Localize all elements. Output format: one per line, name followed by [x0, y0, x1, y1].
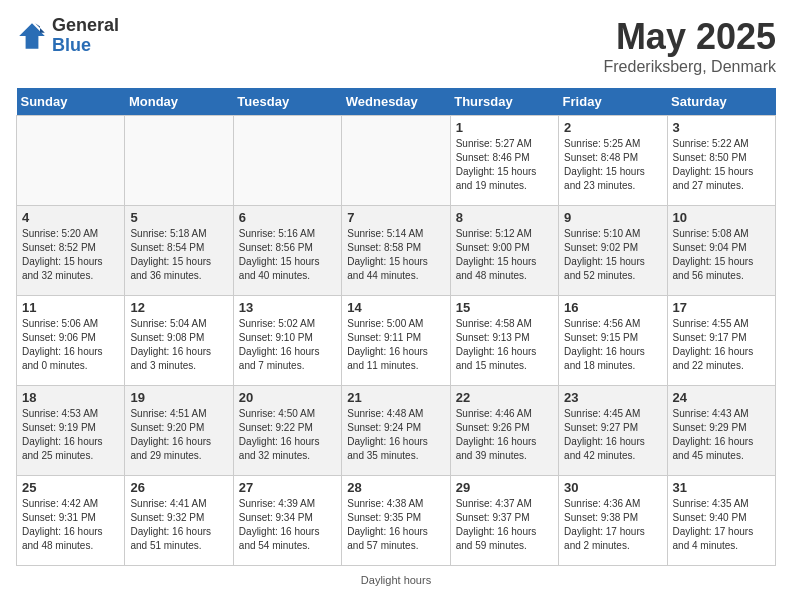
calendar-cell: 9Sunrise: 5:10 AM Sunset: 9:02 PM Daylig… [559, 206, 667, 296]
day-header-thursday: Thursday [450, 88, 558, 116]
day-header-sunday: Sunday [17, 88, 125, 116]
cell-info: Sunrise: 5:18 AM Sunset: 8:54 PM Dayligh… [130, 227, 227, 283]
cell-info: Sunrise: 4:46 AM Sunset: 9:26 PM Dayligh… [456, 407, 553, 463]
cell-info: Sunrise: 4:58 AM Sunset: 9:13 PM Dayligh… [456, 317, 553, 373]
date-number: 17 [673, 300, 770, 315]
cell-info: Sunrise: 4:56 AM Sunset: 9:15 PM Dayligh… [564, 317, 661, 373]
calendar-cell: 14Sunrise: 5:00 AM Sunset: 9:11 PM Dayli… [342, 296, 450, 386]
date-number: 23 [564, 390, 661, 405]
date-number: 16 [564, 300, 661, 315]
cell-info: Sunrise: 4:45 AM Sunset: 9:27 PM Dayligh… [564, 407, 661, 463]
calendar-cell: 24Sunrise: 4:43 AM Sunset: 9:29 PM Dayli… [667, 386, 775, 476]
date-number: 30 [564, 480, 661, 495]
cell-info: Sunrise: 4:51 AM Sunset: 9:20 PM Dayligh… [130, 407, 227, 463]
date-number: 2 [564, 120, 661, 135]
logo-blue-text: Blue [52, 36, 119, 56]
cell-info: Sunrise: 4:39 AM Sunset: 9:34 PM Dayligh… [239, 497, 336, 553]
calendar-cell [342, 116, 450, 206]
date-number: 1 [456, 120, 553, 135]
week-row-5: 25Sunrise: 4:42 AM Sunset: 9:31 PM Dayli… [17, 476, 776, 566]
cell-info: Sunrise: 4:55 AM Sunset: 9:17 PM Dayligh… [673, 317, 770, 373]
calendar-cell: 28Sunrise: 4:38 AM Sunset: 9:35 PM Dayli… [342, 476, 450, 566]
calendar-cell: 4Sunrise: 5:20 AM Sunset: 8:52 PM Daylig… [17, 206, 125, 296]
cell-info: Sunrise: 4:37 AM Sunset: 9:37 PM Dayligh… [456, 497, 553, 553]
cell-info: Sunrise: 5:10 AM Sunset: 9:02 PM Dayligh… [564, 227, 661, 283]
day-header-wednesday: Wednesday [342, 88, 450, 116]
cell-info: Sunrise: 4:38 AM Sunset: 9:35 PM Dayligh… [347, 497, 444, 553]
day-header-saturday: Saturday [667, 88, 775, 116]
cell-info: Sunrise: 4:41 AM Sunset: 9:32 PM Dayligh… [130, 497, 227, 553]
date-number: 5 [130, 210, 227, 225]
week-row-2: 4Sunrise: 5:20 AM Sunset: 8:52 PM Daylig… [17, 206, 776, 296]
cell-info: Sunrise: 5:04 AM Sunset: 9:08 PM Dayligh… [130, 317, 227, 373]
footer: Daylight hours [16, 574, 776, 586]
cell-info: Sunrise: 4:42 AM Sunset: 9:31 PM Dayligh… [22, 497, 119, 553]
date-number: 31 [673, 480, 770, 495]
date-number: 27 [239, 480, 336, 495]
calendar-cell [125, 116, 233, 206]
calendar-cell: 26Sunrise: 4:41 AM Sunset: 9:32 PM Dayli… [125, 476, 233, 566]
cell-info: Sunrise: 5:27 AM Sunset: 8:46 PM Dayligh… [456, 137, 553, 193]
calendar-cell: 5Sunrise: 5:18 AM Sunset: 8:54 PM Daylig… [125, 206, 233, 296]
date-number: 10 [673, 210, 770, 225]
date-number: 26 [130, 480, 227, 495]
cell-info: Sunrise: 4:53 AM Sunset: 9:19 PM Dayligh… [22, 407, 119, 463]
calendar-cell: 23Sunrise: 4:45 AM Sunset: 9:27 PM Dayli… [559, 386, 667, 476]
cell-info: Sunrise: 4:50 AM Sunset: 9:22 PM Dayligh… [239, 407, 336, 463]
week-row-3: 11Sunrise: 5:06 AM Sunset: 9:06 PM Dayli… [17, 296, 776, 386]
calendar-table: SundayMondayTuesdayWednesdayThursdayFrid… [16, 88, 776, 566]
date-number: 18 [22, 390, 119, 405]
page-wrapper: General Blue May 2025 Frederiksberg, Den… [16, 16, 776, 586]
cell-info: Sunrise: 5:06 AM Sunset: 9:06 PM Dayligh… [22, 317, 119, 373]
calendar-cell: 27Sunrise: 4:39 AM Sunset: 9:34 PM Dayli… [233, 476, 341, 566]
date-number: 3 [673, 120, 770, 135]
calendar-cell: 10Sunrise: 5:08 AM Sunset: 9:04 PM Dayli… [667, 206, 775, 296]
day-header-monday: Monday [125, 88, 233, 116]
date-number: 21 [347, 390, 444, 405]
calendar-cell: 7Sunrise: 5:14 AM Sunset: 8:58 PM Daylig… [342, 206, 450, 296]
date-number: 8 [456, 210, 553, 225]
cell-info: Sunrise: 5:25 AM Sunset: 8:48 PM Dayligh… [564, 137, 661, 193]
date-number: 7 [347, 210, 444, 225]
date-number: 29 [456, 480, 553, 495]
calendar-cell: 30Sunrise: 4:36 AM Sunset: 9:38 PM Dayli… [559, 476, 667, 566]
date-number: 9 [564, 210, 661, 225]
day-header-friday: Friday [559, 88, 667, 116]
date-number: 25 [22, 480, 119, 495]
date-number: 12 [130, 300, 227, 315]
calendar-cell: 16Sunrise: 4:56 AM Sunset: 9:15 PM Dayli… [559, 296, 667, 386]
logo-text: General Blue [52, 16, 119, 56]
date-number: 6 [239, 210, 336, 225]
cell-info: Sunrise: 5:02 AM Sunset: 9:10 PM Dayligh… [239, 317, 336, 373]
cell-info: Sunrise: 5:08 AM Sunset: 9:04 PM Dayligh… [673, 227, 770, 283]
cell-info: Sunrise: 5:14 AM Sunset: 8:58 PM Dayligh… [347, 227, 444, 283]
cell-info: Sunrise: 4:35 AM Sunset: 9:40 PM Dayligh… [673, 497, 770, 553]
date-number: 19 [130, 390, 227, 405]
cell-info: Sunrise: 4:36 AM Sunset: 9:38 PM Dayligh… [564, 497, 661, 553]
date-number: 4 [22, 210, 119, 225]
day-header-row: SundayMondayTuesdayWednesdayThursdayFrid… [17, 88, 776, 116]
cell-info: Sunrise: 5:16 AM Sunset: 8:56 PM Dayligh… [239, 227, 336, 283]
calendar-cell: 25Sunrise: 4:42 AM Sunset: 9:31 PM Dayli… [17, 476, 125, 566]
cell-info: Sunrise: 5:22 AM Sunset: 8:50 PM Dayligh… [673, 137, 770, 193]
cell-info: Sunrise: 4:43 AM Sunset: 9:29 PM Dayligh… [673, 407, 770, 463]
calendar-cell [233, 116, 341, 206]
month-title: May 2025 [604, 16, 777, 58]
week-row-1: 1Sunrise: 5:27 AM Sunset: 8:46 PM Daylig… [17, 116, 776, 206]
calendar-cell: 8Sunrise: 5:12 AM Sunset: 9:00 PM Daylig… [450, 206, 558, 296]
calendar-cell: 12Sunrise: 5:04 AM Sunset: 9:08 PM Dayli… [125, 296, 233, 386]
calendar-cell: 29Sunrise: 4:37 AM Sunset: 9:37 PM Dayli… [450, 476, 558, 566]
calendar-cell: 13Sunrise: 5:02 AM Sunset: 9:10 PM Dayli… [233, 296, 341, 386]
logo-icon [16, 20, 48, 52]
day-header-tuesday: Tuesday [233, 88, 341, 116]
cell-info: Sunrise: 5:20 AM Sunset: 8:52 PM Dayligh… [22, 227, 119, 283]
title-area: May 2025 Frederiksberg, Denmark [604, 16, 777, 76]
header: General Blue May 2025 Frederiksberg, Den… [16, 16, 776, 76]
svg-marker-0 [19, 23, 45, 49]
date-number: 11 [22, 300, 119, 315]
calendar-cell: 31Sunrise: 4:35 AM Sunset: 9:40 PM Dayli… [667, 476, 775, 566]
calendar-cell: 19Sunrise: 4:51 AM Sunset: 9:20 PM Dayli… [125, 386, 233, 476]
cell-info: Sunrise: 4:48 AM Sunset: 9:24 PM Dayligh… [347, 407, 444, 463]
logo: General Blue [16, 16, 119, 56]
calendar-cell: 11Sunrise: 5:06 AM Sunset: 9:06 PM Dayli… [17, 296, 125, 386]
